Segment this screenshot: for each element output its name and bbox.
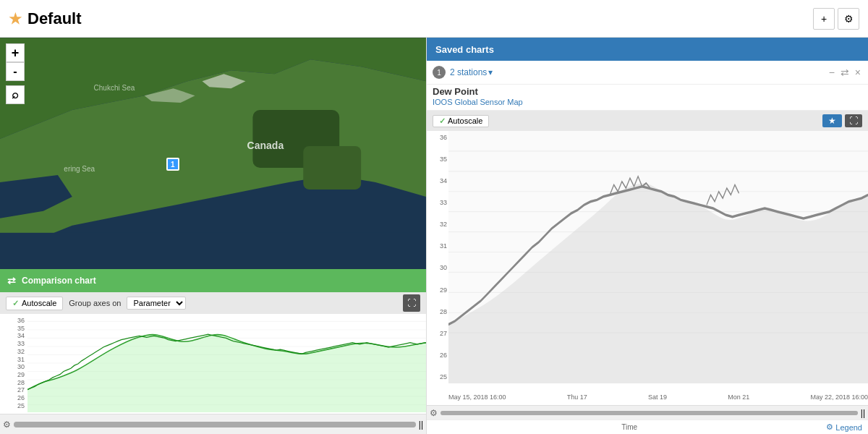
map-controls: + - ⌕ (6, 43, 25, 104)
saved-autoscale-check: ✓ (439, 116, 446, 126)
stations-dropdown[interactable]: 2 stations ▾ (450, 67, 493, 77)
add-button[interactable]: + (813, 8, 835, 30)
scrollbar-end: || (419, 420, 423, 430)
saved-chart-controls: ✓ Autoscale ★ ⛶ (427, 111, 868, 131)
saved-autoscale-button[interactable]: ✓ Autoscale (433, 115, 489, 127)
comparison-chart-label: Comparison chart (22, 276, 96, 286)
map-label-bering: ering Sea (64, 165, 95, 173)
saved-scrollbar-end: || (861, 408, 865, 418)
scrollbar-track[interactable] (14, 422, 416, 427)
comparison-scrollbar[interactable]: ⚙ || (0, 414, 426, 434)
comparison-icon: ⇄ (7, 275, 16, 286)
autoscale-label: Autoscale (22, 299, 56, 307)
dew-point-title: Dew Point (433, 86, 862, 97)
saved-autoscale-label: Autoscale (448, 116, 482, 125)
comparison-y-axis: 36 35 34 33 32 31 30 29 28 27 26 25 (0, 314, 27, 412)
group-axes-select[interactable]: Parameter (127, 297, 186, 310)
comparison-chart-controls: ✓ Autoscale Group axes on Parameter ⛶ (0, 292, 426, 314)
map-marker-1[interactable]: 1 (166, 158, 179, 171)
top-bar: ★ Default + ⚙ (0, 0, 868, 38)
favorite-button[interactable]: ★ (822, 114, 842, 127)
time-axis-label: Time (433, 423, 826, 431)
chart-card-actions: − ⇄ × (827, 65, 862, 80)
page-title-area: ★ Default (9, 9, 82, 28)
saved-scrollbar-thumb[interactable] (441, 411, 858, 415)
autoscale-button[interactable]: ✓ Autoscale (6, 297, 63, 310)
comparison-chart-area: 36 35 34 33 32 31 30 29 28 27 26 25 (0, 314, 426, 434)
zoom-extent-button[interactable]: ⌕ (6, 85, 25, 104)
chart-gear-icon[interactable]: ⚙ (3, 420, 11, 430)
saved-chart-area: 36 35 34 33 32 31 30 29 28 27 26 25 (427, 131, 868, 420)
chart-footer: Time ⚙ Legend (427, 420, 868, 434)
saved-scrollbar-track[interactable] (441, 411, 858, 415)
legend-label: Legend (835, 423, 862, 432)
chart-number-badge: 1 (433, 66, 446, 79)
group-axes-label: Group axes on (69, 299, 121, 307)
close-button[interactable]: × (854, 65, 862, 80)
dropdown-chevron-icon: ▾ (488, 67, 493, 77)
shuffle-button[interactable]: ⇄ (839, 65, 851, 80)
page-title: Default (27, 9, 82, 28)
chart-card-header: 1 2 stations ▾ − ⇄ × (427, 61, 868, 85)
comparison-chart-plot (27, 314, 426, 412)
map-svg (0, 38, 426, 269)
saved-chart-plot (448, 131, 868, 383)
star-icon[interactable]: ★ (9, 10, 22, 27)
saved-y-axis: 36 35 34 33 32 31 30 29 28 27 26 25 (427, 131, 448, 383)
zoom-in-button[interactable]: + (6, 43, 25, 62)
saved-charts-title: Saved charts (435, 44, 494, 55)
saved-x-axis: May 15, 2018 16:00 Thu 17 Sat 19 Mon 21 … (448, 392, 868, 405)
expand-comparison-button[interactable]: ⛶ (403, 294, 420, 312)
chart-card-meta: Dew Point IOOS Global Sensor Map (427, 85, 868, 111)
stations-label: 2 stations (450, 67, 487, 77)
saved-gear-icon[interactable]: ⚙ (430, 408, 438, 418)
map-label-chukchi: Chukchi Sea (94, 84, 135, 92)
saved-chart-right-buttons: ★ ⛶ (822, 114, 862, 127)
minus-button[interactable]: − (827, 65, 836, 80)
settings-button[interactable]: ⚙ (838, 8, 859, 30)
main-layout: + - ⌕ 1 Canada ering Sea Chukchi Sea ⇄ C… (0, 38, 868, 434)
saved-chart-card: 1 2 stations ▾ − ⇄ × Dew Point IOOS Glob… (427, 61, 868, 434)
expand-saved-button[interactable]: ⛶ (845, 114, 862, 127)
zoom-out-button[interactable]: - (6, 62, 25, 81)
ioos-link[interactable]: IOOS Global Sensor Map (433, 98, 523, 106)
right-panel: Saved charts 1 2 stations ▾ − ⇄ × Dew Po… (427, 38, 868, 434)
saved-charts-header: Saved charts (427, 38, 868, 61)
map-label-canada: Canada (247, 140, 284, 151)
scrollbar-thumb[interactable] (14, 422, 416, 427)
map-container: + - ⌕ 1 Canada ering Sea Chukchi Sea (0, 38, 426, 269)
comparison-chart-bar: ⇄ Comparison chart (0, 269, 426, 292)
svg-rect-6 (303, 146, 361, 190)
left-panel: + - ⌕ 1 Canada ering Sea Chukchi Sea ⇄ C… (0, 38, 427, 434)
legend-button[interactable]: ⚙ Legend (826, 422, 862, 432)
top-bar-buttons: + ⚙ (813, 8, 859, 30)
autoscale-check: ✓ (12, 299, 19, 308)
gear-legend-icon: ⚙ (826, 422, 833, 432)
svg-rect-7 (0, 233, 426, 269)
saved-scrollbar[interactable]: ⚙ || (427, 405, 868, 420)
